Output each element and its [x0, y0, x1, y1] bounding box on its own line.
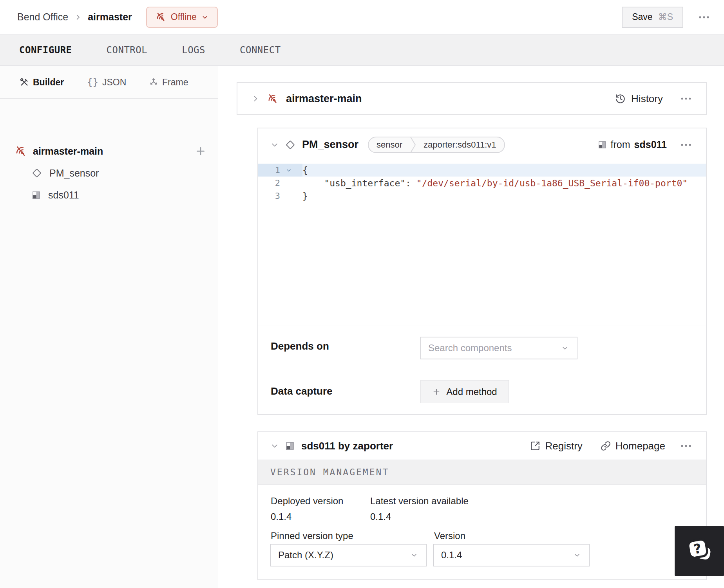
machine-status-dropdown[interactable]: Offline: [146, 7, 218, 28]
save-button[interactable]: Save ⌘S: [622, 7, 683, 28]
tree-item-machine[interactable]: airmaster-main: [15, 141, 103, 161]
json-attributes-editor[interactable]: 1 { 2 "usb_interface": "/dev/serial/by-i…: [258, 164, 706, 327]
tab-connect[interactable]: CONNECT: [240, 45, 281, 56]
module-icon: [597, 140, 607, 150]
deployed-version-label: Deployed version: [271, 496, 343, 507]
deployed-version-value: 0.1.4: [271, 511, 291, 522]
line-number: 2: [258, 178, 280, 188]
tree-module-name: sds011: [48, 189, 79, 201]
tools-icon: [20, 78, 29, 87]
component-card-header: PM_sensor sensor zaporter:sds011:v1 from…: [258, 128, 706, 161]
from-module-label: from sds011: [597, 139, 667, 150]
code-text: {: [302, 165, 308, 175]
line-number: 3: [258, 191, 280, 201]
history-icon: [615, 94, 626, 104]
breadcrumb-parent[interactable]: Bend Office: [17, 11, 68, 23]
component-card: PM_sensor sensor zaporter:sds011:v1 from…: [257, 128, 707, 415]
tab-control[interactable]: CONTROL: [107, 45, 148, 56]
chevron-down-icon: [410, 551, 418, 559]
config-sidebar: Builder {} JSON Frame airmaster-main: [0, 66, 218, 588]
module-card-menu[interactable]: [680, 444, 692, 448]
machine-card-menu[interactable]: [680, 97, 692, 101]
top-bar: Bend Office airmaster Offline Save ⌘S: [0, 0, 724, 34]
tree-item-module[interactable]: sds011: [31, 185, 79, 205]
breadcrumb: Bend Office airmaster: [17, 11, 132, 23]
module-icon: [285, 441, 295, 451]
chip-divider-icon: [410, 137, 416, 153]
component-title: PM_sensor: [302, 139, 358, 151]
depends-on-label: Depends on: [271, 340, 329, 352]
machine-part-card: airmaster-main History: [237, 82, 707, 115]
component-card-menu[interactable]: [680, 143, 692, 147]
add-component-button[interactable]: [193, 143, 208, 159]
data-capture-label: Data capture: [271, 385, 333, 397]
help-question-icon: ?: [684, 536, 715, 567]
pinned-version-type-select[interactable]: Patch (X.Y.Z): [270, 544, 427, 566]
chevron-down-icon: [201, 14, 208, 21]
registry-label: Registry: [545, 440, 582, 452]
from-text: from: [611, 139, 630, 150]
mode-frame-label: Frame: [162, 77, 188, 88]
pinned-version-type-label: Pinned version type: [271, 530, 353, 541]
view-mode-row: Builder {} JSON Frame: [0, 66, 218, 99]
tree-machine-name: airmaster-main: [33, 146, 103, 157]
braces-icon: {}: [87, 77, 98, 88]
registry-link[interactable]: Registry: [530, 440, 582, 452]
code-text: }: [302, 191, 308, 201]
from-module-name: sds011: [634, 139, 667, 150]
status-label: Offline: [171, 12, 197, 22]
topbar-overflow-menu[interactable]: [698, 15, 710, 19]
frame-axes-icon: [149, 78, 158, 87]
tree-item-component[interactable]: PM_sensor: [31, 163, 99, 183]
component-diamond-icon: [31, 168, 42, 179]
plus-icon: [195, 145, 206, 157]
code-line[interactable]: 3 }: [258, 189, 706, 202]
module-card: sds011 by zaporter Registry Homepage VER…: [257, 431, 707, 580]
depends-on-section: Depends on Search components: [258, 325, 706, 367]
chip-model: zaporter:sds011:v1: [416, 140, 504, 150]
module-card-header: sds011 by zaporter Registry Homepage: [258, 432, 706, 460]
save-shortcut: ⌘S: [658, 12, 673, 22]
collapse-chevron-down-icon[interactable]: [271, 442, 279, 450]
wifi-off-icon: [156, 12, 166, 22]
help-widget-button[interactable]: ?: [675, 526, 724, 576]
latest-version-label: Latest version available: [370, 496, 469, 507]
mode-builder-label: Builder: [33, 77, 64, 88]
depends-on-select[interactable]: Search components: [420, 337, 577, 359]
machine-part-title: airmaster-main: [286, 93, 362, 105]
mode-json-label: JSON: [102, 77, 126, 88]
fold-chevron-icon[interactable]: [280, 168, 297, 173]
component-type-chip: sensor zaporter:sds011:v1: [368, 137, 505, 153]
external-link-icon: [530, 441, 540, 451]
version-management-header: VERSION MANAGEMENT: [258, 460, 706, 485]
tree-component-name: PM_sensor: [49, 168, 99, 179]
latest-version-value: 0.1.4: [370, 511, 391, 522]
chevron-down-icon: [573, 551, 581, 559]
save-label: Save: [632, 12, 652, 22]
tab-configure[interactable]: CONFIGURE: [19, 45, 72, 56]
mode-builder[interactable]: Builder: [20, 66, 64, 99]
version-management-content: Deployed version Latest version availabl…: [258, 485, 706, 579]
mode-json[interactable]: {} JSON: [87, 66, 126, 99]
chevron-down-icon: [561, 344, 569, 352]
chip-type: sensor: [369, 140, 410, 150]
expand-chevron-right-icon[interactable]: [252, 95, 259, 103]
mode-frame[interactable]: Frame: [149, 66, 188, 99]
tab-logs[interactable]: LOGS: [182, 45, 205, 56]
version-select[interactable]: 0.1.4: [433, 544, 590, 566]
add-method-button[interactable]: Add method: [420, 380, 509, 403]
homepage-label: Homepage: [615, 440, 665, 452]
depends-on-placeholder: Search components: [428, 343, 512, 354]
code-line[interactable]: 1 {: [258, 164, 706, 177]
data-capture-section: Data capture Add method: [258, 367, 706, 415]
pinned-version-type-value: Patch (X.Y.Z): [278, 550, 333, 561]
code-text: "usb_interface": "/dev/serial/by-id/usb-…: [302, 178, 688, 188]
history-button[interactable]: History: [615, 93, 663, 105]
component-diamond-icon: [285, 139, 296, 150]
wifi-off-icon: [15, 145, 27, 157]
collapse-chevron-down-icon[interactable]: [271, 141, 279, 149]
link-icon: [601, 441, 611, 451]
homepage-link[interactable]: Homepage: [601, 440, 665, 452]
module-icon: [31, 190, 41, 200]
code-line[interactable]: 2 "usb_interface": "/dev/serial/by-id/us…: [258, 177, 706, 189]
